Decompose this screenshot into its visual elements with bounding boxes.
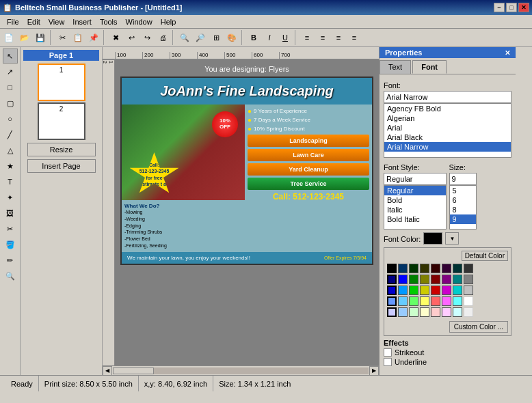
color-cell[interactable] bbox=[464, 275, 473, 284]
resize-button[interactable]: Resize bbox=[27, 143, 96, 156]
size-list[interactable]: 5 6 8 9 bbox=[449, 185, 477, 230]
tb-align-center[interactable]: ≡ bbox=[315, 30, 330, 45]
style-bold-italic[interactable]: Bold Italic bbox=[384, 214, 446, 224]
font-item-algerian[interactable]: Algerian bbox=[384, 113, 511, 123]
tb-bold[interactable]: B bbox=[246, 30, 261, 45]
color-cell[interactable] bbox=[453, 264, 462, 273]
style-list[interactable]: Regular Bold Italic Bold Italic bbox=[384, 185, 447, 230]
color-cell[interactable] bbox=[464, 286, 473, 295]
scroll-right-arrow[interactable]: ▶ bbox=[369, 366, 379, 376]
color-cell[interactable] bbox=[420, 264, 429, 273]
color-cell[interactable] bbox=[398, 296, 408, 306]
tb-delete[interactable]: ✖ bbox=[108, 30, 123, 45]
horizontal-scrollbar[interactable]: ◀ ▶ bbox=[103, 365, 379, 375]
color-cell[interactable] bbox=[453, 275, 462, 284]
menu-tools[interactable]: Tools bbox=[96, 17, 122, 27]
tool-image[interactable]: 🖼 bbox=[3, 206, 18, 221]
style-bold[interactable]: Bold bbox=[384, 195, 446, 205]
style-regular[interactable]: Regular bbox=[384, 186, 446, 195]
color-cell[interactable] bbox=[442, 307, 451, 317]
color-cell[interactable] bbox=[398, 264, 408, 273]
size-8[interactable]: 8 bbox=[450, 205, 476, 214]
color-cell[interactable] bbox=[387, 307, 397, 317]
color-cell[interactable] bbox=[409, 307, 418, 317]
tb-open[interactable]: 📂 bbox=[17, 30, 32, 45]
tool-star[interactable]: ★ bbox=[3, 158, 18, 173]
tool-ellipse[interactable]: ○ bbox=[3, 111, 18, 126]
size-9[interactable]: 9 bbox=[450, 214, 476, 224]
menu-insert[interactable]: Insert bbox=[68, 17, 96, 27]
service-tree-service[interactable]: Tree Service bbox=[248, 178, 369, 190]
minimize-button[interactable]: − bbox=[494, 3, 505, 12]
tb-save[interactable]: 💾 bbox=[33, 30, 48, 45]
tool-rect[interactable]: □ bbox=[3, 80, 18, 95]
color-cell[interactable] bbox=[387, 296, 397, 306]
color-cell[interactable] bbox=[464, 307, 473, 317]
tb-print[interactable]: 🖨 bbox=[155, 30, 170, 45]
tool-zoom[interactable]: 🔍 bbox=[3, 268, 18, 283]
color-cell[interactable] bbox=[387, 275, 397, 284]
tb-italic[interactable]: I bbox=[262, 30, 277, 45]
font-item-agency[interactable]: Agency FB Bold bbox=[384, 104, 511, 113]
service-lawn-care[interactable]: Lawn Care bbox=[248, 149, 369, 161]
tab-font[interactable]: Font bbox=[412, 60, 447, 74]
color-cell[interactable] bbox=[387, 286, 397, 295]
font-item-arial[interactable]: Arial bbox=[384, 123, 511, 133]
style-italic[interactable]: Italic bbox=[384, 205, 446, 214]
strikeout-checkbox[interactable] bbox=[384, 348, 392, 357]
tb-align-right[interactable]: ≡ bbox=[331, 30, 346, 45]
tool-pen[interactable]: ✏ bbox=[3, 253, 18, 268]
tb-cut[interactable]: ✂ bbox=[55, 30, 70, 45]
tool-fill[interactable]: 🪣 bbox=[3, 237, 18, 252]
color-cell[interactable] bbox=[398, 307, 408, 317]
tb-undo[interactable]: ↩ bbox=[124, 30, 139, 45]
color-cell[interactable] bbox=[464, 264, 473, 273]
tool-crop[interactable]: ✂ bbox=[3, 221, 18, 236]
color-cell[interactable] bbox=[442, 296, 451, 306]
maximize-button[interactable]: □ bbox=[506, 3, 517, 12]
color-cell[interactable] bbox=[420, 275, 429, 284]
tb-align-left[interactable]: ≡ bbox=[300, 30, 315, 45]
tool-line[interactable]: ╱ bbox=[3, 127, 18, 142]
color-cell[interactable] bbox=[431, 296, 440, 306]
color-cell[interactable] bbox=[409, 286, 418, 295]
page-thumb-2[interactable]: 2 bbox=[38, 102, 85, 140]
menu-file[interactable]: File bbox=[3, 17, 23, 27]
color-cell[interactable] bbox=[420, 286, 429, 295]
underline-checkbox[interactable] bbox=[384, 358, 392, 366]
custom-color-button[interactable]: Custom Color ... bbox=[449, 321, 508, 333]
color-cell[interactable] bbox=[431, 275, 440, 284]
color-cell[interactable] bbox=[431, 286, 440, 295]
color-cell[interactable] bbox=[420, 296, 429, 306]
properties-close-button[interactable]: ✕ bbox=[505, 49, 510, 57]
menu-edit[interactable]: Edit bbox=[23, 17, 44, 27]
color-cell[interactable] bbox=[442, 264, 451, 273]
color-cell[interactable] bbox=[442, 275, 451, 284]
font-list[interactable]: Agency FB Bold Algerian Arial Arial Blac… bbox=[384, 103, 511, 158]
tool-select[interactable]: ↖ bbox=[3, 48, 18, 64]
color-cell[interactable] bbox=[420, 307, 429, 317]
color-cell[interactable] bbox=[442, 286, 451, 295]
tb-copy[interactable]: 📋 bbox=[70, 30, 85, 45]
default-color-button[interactable]: Default Color bbox=[462, 251, 508, 261]
font-input[interactable] bbox=[384, 91, 511, 103]
color-cell[interactable] bbox=[431, 264, 440, 273]
size-6[interactable]: 6 bbox=[450, 195, 476, 205]
close-button[interactable]: ✕ bbox=[518, 3, 529, 12]
menu-view[interactable]: View bbox=[44, 17, 69, 27]
size-5[interactable]: 5 bbox=[450, 186, 476, 195]
scroll-thumb[interactable] bbox=[113, 367, 154, 374]
tool-triangle[interactable]: △ bbox=[3, 143, 18, 158]
color-cell[interactable] bbox=[453, 307, 462, 317]
scroll-track[interactable] bbox=[113, 367, 369, 374]
color-cell[interactable] bbox=[398, 286, 408, 295]
service-yard-cleanup[interactable]: Yard Cleanup bbox=[248, 163, 369, 176]
color-swatch[interactable] bbox=[423, 232, 442, 245]
color-cell[interactable] bbox=[409, 296, 418, 306]
service-landscaping[interactable]: Landscaping bbox=[248, 135, 369, 147]
tb-justify[interactable]: ≡ bbox=[347, 30, 362, 45]
tb-zoom-in[interactable]: 🔍 bbox=[177, 30, 192, 45]
tb-zoom-out[interactable]: 🔎 bbox=[193, 30, 208, 45]
tb-new[interactable]: 📄 bbox=[1, 30, 16, 45]
tool-text[interactable]: T bbox=[3, 174, 18, 189]
